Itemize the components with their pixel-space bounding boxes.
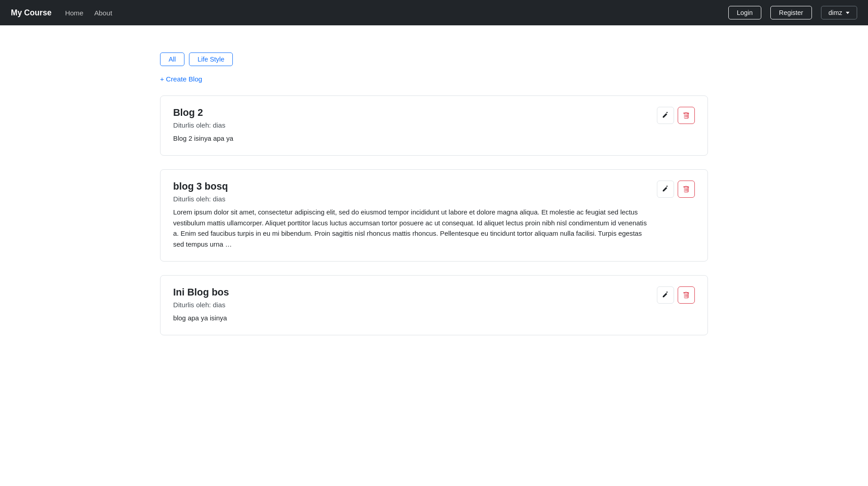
blog-card-left: Ini Blog bos Diturlis oleh: dias blog ap… — [173, 286, 648, 324]
register-button[interactable]: Register — [770, 6, 812, 19]
blog-card: blog 3 bosq Diturlis oleh: dias Lorem ip… — [160, 169, 708, 262]
blog-author: Diturlis oleh: dias — [173, 301, 648, 309]
delete-blog-button[interactable] — [678, 107, 695, 124]
blog-card-header: Ini Blog bos Diturlis oleh: dias blog ap… — [173, 286, 695, 324]
edit-blog-button[interactable] — [657, 286, 674, 304]
blog-card-left: blog 3 bosq Diturlis oleh: dias Lorem ip… — [173, 181, 648, 250]
filter-lifestyle-button[interactable]: Life Style — [189, 52, 233, 66]
blog-card-actions — [657, 107, 695, 124]
blog-card-header: Blog 2 Diturlis oleh: dias Blog 2 isinya… — [173, 107, 695, 144]
pencil-icon — [662, 291, 669, 299]
trash-icon — [683, 186, 690, 193]
blog-body: blog apa ya isinya — [173, 313, 648, 324]
navbar: My Course Home About Login Register dimz — [0, 0, 868, 25]
blog-author: Diturlis oleh: dias — [173, 195, 648, 203]
edit-blog-button[interactable] — [657, 107, 674, 124]
create-blog-link[interactable]: + Create Blog — [160, 75, 202, 83]
chevron-down-icon — [846, 12, 849, 14]
blog-card-header: blog 3 bosq Diturlis oleh: dias Lorem ip… — [173, 181, 695, 250]
user-dropdown-button[interactable]: dimz — [821, 6, 857, 19]
blog-card-actions — [657, 181, 695, 198]
pencil-icon — [662, 112, 669, 119]
delete-blog-button[interactable] — [678, 286, 695, 304]
blog-title: Ini Blog bos — [173, 286, 648, 298]
trash-icon — [683, 112, 690, 119]
filter-bar: All Life Style — [160, 52, 708, 66]
login-button[interactable]: Login — [728, 6, 761, 19]
blog-title: blog 3 bosq — [173, 181, 648, 192]
blog-list: Blog 2 Diturlis oleh: dias Blog 2 isinya… — [160, 95, 708, 335]
delete-blog-button[interactable] — [678, 181, 695, 198]
blog-author: Diturlis oleh: dias — [173, 121, 648, 129]
filter-all-button[interactable]: All — [160, 52, 184, 66]
blog-card: Blog 2 Diturlis oleh: dias Blog 2 isinya… — [160, 95, 708, 156]
nav-link-home[interactable]: Home — [64, 7, 85, 19]
nav-brand: My Course — [11, 8, 52, 18]
blog-card-left: Blog 2 Diturlis oleh: dias Blog 2 isinya… — [173, 107, 648, 144]
blog-card: Ini Blog bos Diturlis oleh: dias blog ap… — [160, 275, 708, 335]
blog-card-actions — [657, 286, 695, 304]
nav-link-about[interactable]: About — [93, 7, 113, 19]
main-content: All Life Style + Create Blog Blog 2 Ditu… — [149, 25, 719, 367]
trash-icon — [683, 291, 690, 299]
pencil-icon — [662, 186, 669, 193]
user-label: dimz — [829, 9, 842, 16]
blog-body: Blog 2 isinya apa ya — [173, 133, 648, 144]
blog-body: Lorem ipsum dolor sit amet, consectetur … — [173, 207, 648, 250]
edit-blog-button[interactable] — [657, 181, 674, 198]
blog-title: Blog 2 — [173, 107, 648, 119]
